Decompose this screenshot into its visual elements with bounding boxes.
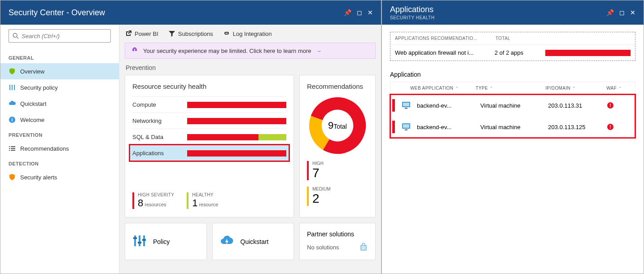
application-row[interactable]: backend-ev... Virtual machine 203.0.113.…: [390, 116, 635, 138]
column-header-type[interactable]: TYPE ⌃: [476, 86, 543, 91]
applications-header: Applications SECURITY HEALTH 📌 ◻ ✕: [382, 0, 644, 25]
column-header-waf[interactable]: WAF ⌃: [606, 86, 633, 91]
cloud-bolt-icon: [220, 235, 234, 248]
shield-icon: [9, 68, 16, 75]
column-header: APPLICATIONS RECOMMENDATIO...: [395, 36, 485, 41]
svg-rect-23: [405, 108, 407, 109]
external-icon: [125, 30, 132, 37]
search-icon: [13, 33, 19, 39]
vm-icon: [401, 101, 412, 110]
sidebar-item-overview[interactable]: Overview: [0, 63, 119, 79]
toolbar-subscriptions[interactable]: Subscriptions: [168, 30, 213, 37]
column-header: TOTAL: [495, 36, 510, 41]
svg-rect-12: [11, 150, 15, 151]
severity-stripe: [392, 99, 395, 112]
limited-experience-banner[interactable]: Your security experience may be limited.…: [125, 43, 376, 59]
sidebar-item-label: Recommendations: [20, 145, 69, 152]
rocket-icon: [131, 47, 139, 55]
overview-title: Security Center - Overview: [9, 8, 105, 17]
alert-shield-icon: [9, 174, 16, 181]
close-icon[interactable]: ✕: [368, 9, 373, 16]
svg-rect-20: [142, 239, 146, 241]
card-title: Resource security health: [132, 83, 286, 90]
sidebar-item-security-alerts[interactable]: Security alerts: [0, 169, 119, 185]
arrow-right-icon: →: [316, 48, 322, 54]
section-prevention: PREVENTION: [0, 128, 119, 140]
search-input[interactable]: Search (Ctrl+/): [9, 29, 111, 43]
application-rows-highlight: backend-ev... Virtual machine 203.0.113.…: [390, 95, 635, 138]
section-detection: DETECTION: [0, 157, 119, 169]
svg-text:i: i: [12, 117, 13, 122]
overview-header: Security Center - Overview 📌 ◻ ✕: [0, 0, 381, 25]
column-header-ip-domain[interactable]: IP/DOMAIN ⌃: [545, 86, 604, 91]
svg-rect-18: [133, 237, 137, 239]
sidebar-item-label: Welcome: [20, 117, 44, 123]
sidebar-item-label: Overview: [20, 68, 44, 75]
metric-healthy: HEALTHY 1resource: [187, 192, 218, 209]
svg-rect-25: [403, 124, 409, 128]
sort-icon: ⌃: [572, 86, 576, 91]
toolbar-powerbi[interactable]: Power BI: [125, 30, 158, 37]
sidebar-item-recommendations[interactable]: Recommendations: [0, 140, 119, 157]
pin-icon[interactable]: 📌: [606, 9, 614, 16]
application-row[interactable]: backend-ev... Virtual machine 203.0.113.…: [390, 95, 635, 116]
resource-security-health-card: Resource security health Compute Network…: [125, 75, 294, 217]
row-applications[interactable]: Applications: [130, 145, 289, 161]
applications-subtitle: SECURITY HEALTH: [390, 15, 434, 20]
svg-line-1: [17, 37, 18, 39]
applications-title: Applications: [390, 5, 434, 14]
link-icon: [223, 30, 230, 37]
section-general: GENERAL: [0, 51, 119, 63]
svg-rect-3: [12, 85, 13, 90]
svg-rect-16: [139, 235, 140, 246]
recommendations-card[interactable]: Recommendations 9Total HIGH: [299, 75, 376, 217]
svg-point-0: [13, 33, 17, 37]
row-sql-data[interactable]: SQL & Data: [132, 129, 286, 145]
sort-icon: ⌃: [490, 86, 493, 91]
svg-rect-19: [138, 242, 141, 244]
sidebar-item-welcome[interactable]: i Welcome: [0, 112, 119, 128]
svg-rect-4: [14, 85, 15, 90]
recommendation-row[interactable]: Web application firewall not i... 2 of 2…: [390, 45, 635, 61]
pin-icon[interactable]: 📌: [344, 9, 351, 16]
svg-rect-7: [9, 146, 10, 147]
bag-icon: [359, 242, 368, 252]
applications-recommendations-box: APPLICATIONS RECOMMENDATIO... TOTAL Web …: [390, 32, 635, 61]
sidebar-item-quickstart[interactable]: Quickstart: [0, 96, 119, 112]
policy-card[interactable]: Policy: [125, 223, 207, 260]
svg-rect-2: [9, 85, 10, 90]
waf-alert-icon: !: [607, 124, 613, 130]
sidebar-item-label: Quickstart: [20, 100, 47, 107]
recommendations-donut: 9Total: [308, 96, 367, 155]
vm-icon: [401, 122, 412, 131]
metric-high-severity: HIGH SEVERITY 8resources: [132, 192, 174, 209]
sidebar-item-security-policy[interactable]: Security policy: [0, 79, 119, 96]
row-compute[interactable]: Compute: [132, 96, 286, 113]
card-title: Recommendations: [307, 83, 368, 90]
maximize-icon[interactable]: ◻: [357, 9, 362, 16]
metric-rec-high: HIGH 7: [307, 161, 368, 180]
applications-blade: Applications SECURITY HEALTH 📌 ◻ ✕ APPLI…: [381, 0, 644, 274]
filter-icon: [168, 30, 175, 37]
sort-icon: ⌃: [455, 86, 459, 91]
overview-blade: Security Center - Overview 📌 ◻ ✕ Search …: [0, 0, 381, 274]
sliders-icon: [132, 234, 147, 249]
sidebar-item-label: Security alerts: [20, 174, 57, 181]
row-networking[interactable]: Networking: [132, 113, 286, 129]
waf-alert-icon: !: [607, 102, 613, 109]
overview-main: Power BI Subscriptions Log Integration Y…: [119, 25, 381, 274]
metric-rec-medium: MEDIUM 2: [307, 187, 368, 206]
maximize-icon[interactable]: ◻: [619, 9, 625, 16]
application-table: WEB APPLICATION ⌃ TYPE ⌃ IP/DOMAIN ⌃ WAF…: [390, 82, 635, 138]
column-header-web-application[interactable]: WEB APPLICATION ⌃: [410, 86, 473, 91]
svg-rect-11: [9, 150, 10, 151]
svg-rect-15: [134, 235, 136, 246]
svg-rect-8: [11, 146, 15, 147]
application-section-title: Application: [390, 71, 635, 78]
svg-rect-9: [9, 148, 10, 149]
quickstart-card[interactable]: Quickstart: [212, 223, 294, 260]
close-icon[interactable]: ✕: [630, 9, 635, 16]
svg-rect-10: [11, 148, 15, 149]
partner-solutions-card[interactable]: Partner solutions No solutions: [299, 223, 376, 260]
toolbar-log-integration[interactable]: Log Integration: [223, 30, 272, 37]
